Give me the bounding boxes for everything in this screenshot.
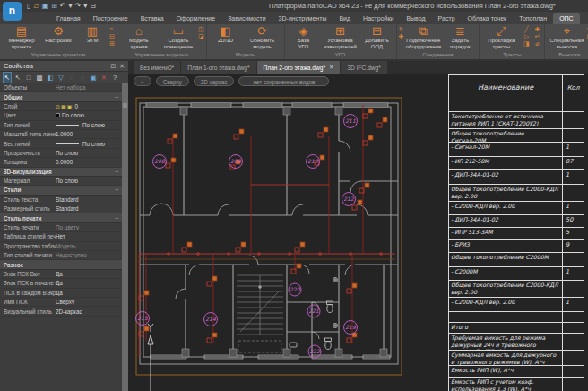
doc-tab-unnamed[interactable]: Без имени0* (134, 61, 180, 74)
save-all-icon[interactable]: ⊞ (51, 0, 57, 12)
open-folder-icon[interactable]: ▱ (33, 0, 39, 12)
select-cursor-icon[interactable]: ↖ (3, 72, 12, 83)
property-row[interactable]: Размерный стиль Standard (0, 204, 122, 213)
print-icon[interactable]: ⊟ (90, 0, 96, 12)
select-window-icon[interactable]: □ (24, 73, 33, 83)
property-row[interactable]: Имя ПСК Сверху (0, 298, 122, 307)
property-row[interactable]: Прозрачность По слою (0, 149, 122, 158)
section-misc[interactable]: Разное − (0, 260, 122, 269)
section-styles[interactable]: Стили − (0, 186, 122, 195)
quick-select-icon[interactable]: ◧ (46, 73, 55, 83)
deselect-icon[interactable]: ◌ (67, 73, 76, 83)
property-row[interactable]: Тип стилей печати Недоступно (0, 251, 122, 260)
redo-icon[interactable]: ↷ (75, 0, 82, 12)
layer-state-icons[interactable]: ⊙▦▣ (56, 103, 73, 109)
select-arrow-icon[interactable]: ↖ (13, 73, 22, 83)
connect-equipment-button[interactable]: ⧉ Подключение оборудования (403, 25, 443, 49)
etm-button[interactable]: ▥ ЭТМ (75, 25, 109, 44)
add-ood-button[interactable]: ⊟ Добавить ООД (360, 25, 394, 49)
create-room-button[interactable]: ▭ Создать помещение (159, 25, 198, 49)
property-row[interactable]: ПСК в каждом ВЭкране Да (0, 289, 122, 298)
property-row[interactable]: Визуальный стиль 2D-каркас (0, 307, 122, 316)
undo-dropdown-icon[interactable]: ▾ (69, 0, 73, 12)
ribbon-tab-glavnaya[interactable]: Главная (50, 13, 87, 24)
mini-icon[interactable]: ⌀ (532, 40, 542, 48)
mini-icon[interactable]: ⊟ (109, 33, 115, 40)
doc-tab-3difc[interactable]: 3D IFC.dwg* (341, 61, 386, 74)
property-row[interactable]: Стиль печати По цвету (0, 223, 122, 232)
help-icon[interactable]: ? (110, 73, 119, 83)
route-mini-buttons[interactable]: ╱ ✚ ▷ ↵ ◨ ⌀ (521, 25, 542, 48)
property-row-color[interactable]: Цвет По слою (0, 111, 122, 120)
special-callout-button[interactable]: ⌖ Специальная выноска (547, 25, 586, 49)
property-row[interactable]: Таблица стилей печати Нет (0, 232, 122, 241)
mini-icon[interactable]: ▷ (521, 33, 532, 40)
save-icon[interactable]: ▣ (42, 0, 49, 12)
property-row-lineweight[interactable]: Вес линий По слою (0, 139, 122, 148)
collapse-icon[interactable]: − (115, 187, 122, 193)
install-detectors-button[interactable]: ⊞ Установка извещателей (321, 25, 360, 49)
visual-style-control[interactable]: 2D-каркас (194, 76, 235, 86)
building-model-button[interactable]: ⌂ Модель здания (119, 25, 159, 49)
ribbon-tab-3d-tools[interactable]: 3D-инструменты (272, 13, 333, 24)
app-logo-icon[interactable]: n (3, 2, 22, 21)
ribbon-tab-oblaka[interactable]: Облака точек (462, 13, 514, 24)
ribbon-tab-topoplan[interactable]: Топоплан (513, 13, 553, 24)
close-icon[interactable]: ✕ (119, 63, 125, 70)
mini-icon[interactable]: ✚ (532, 26, 542, 33)
property-row[interactable]: Знак ПСК в начале ко... Да (0, 279, 122, 288)
doc-tab-floor1[interactable]: План 1-ого этажа.dwg* (181, 61, 255, 74)
set-order-button[interactable]: ≣ Задать порядок (443, 25, 477, 49)
doc-tab-floor2[interactable]: План 2-ого этажа.dwg*✕ (257, 61, 341, 74)
mini-icon[interactable]: ◨ (521, 40, 532, 48)
ribbon-tab-zavisimosti[interactable]: Зависимости (221, 13, 272, 24)
property-row[interactable]: Масштаб типа линий 1.0000 (0, 130, 122, 139)
mini-icon[interactable]: ↵ (532, 33, 542, 40)
section-3d-visualization[interactable]: 3D-визуализация − (0, 168, 122, 177)
mini-icon[interactable]: ╱ (521, 26, 532, 33)
collapse-icon[interactable]: − (115, 94, 122, 100)
collapse-icon[interactable]: − (115, 215, 122, 222)
filter-icon[interactable]: ▽ (56, 73, 65, 83)
undo-icon[interactable]: ↶ (60, 0, 66, 12)
cycle-select-icon[interactable]: ◌ (78, 73, 87, 83)
project-manager-button[interactable]: ▤ Менеджер проекта (2, 25, 41, 49)
route-laying-button[interactable]: ⤢ Прокладка трассы (481, 25, 521, 49)
project-mini-buttons[interactable]: ≡ ⊟ ⊞ (109, 25, 115, 48)
settings-button[interactable]: ⚙ Настройки (41, 25, 75, 44)
collapse-icon[interactable]: − (115, 169, 122, 175)
property-row-layer[interactable]: Слой ⊙▦▣0 (0, 102, 122, 111)
property-row[interactable]: Объекты Нет набора (0, 83, 122, 92)
property-row[interactable]: Пространство таблиц... Модель (0, 242, 122, 251)
collapse-icon[interactable]: − (115, 262, 122, 268)
ribbon-tab-vyvod[interactable]: Вывод (400, 13, 431, 24)
ribbon-tab-postroenie[interactable]: Построение (87, 13, 134, 24)
view-direction-control[interactable]: Сверху (156, 76, 189, 86)
property-row-linetype[interactable]: Тип линий По слою (0, 121, 122, 130)
close-tab-icon[interactable]: ✕ (329, 64, 333, 71)
model-mini-buttons[interactable]: ◫ ◪ (198, 25, 204, 40)
pin-icon[interactable]: ⊡ (110, 63, 116, 70)
mini-icon[interactable]: ◫ (198, 26, 204, 33)
redo-dropdown-icon[interactable]: ▾ (83, 0, 87, 12)
property-row[interactable]: Стиль текста Standard (0, 196, 122, 204)
section-print-style[interactable]: Стиль печати − (0, 213, 122, 222)
update-model-button[interactable]: ⟳ Обновить модель (243, 25, 282, 49)
select-crossing-icon[interactable]: ▩ (35, 73, 44, 83)
property-row[interactable]: Толщина 0.0000 (0, 158, 122, 167)
ribbon-tab-rastr[interactable]: Растр (432, 13, 462, 24)
mini-icon[interactable]: ≡ (109, 26, 115, 33)
property-row[interactable]: Материал По слою (0, 177, 122, 186)
ribbon-tab-vid[interactable]: Вид (333, 13, 357, 24)
mini-icon[interactable]: ⊞ (109, 40, 115, 48)
monitor-icon[interactable]: ▣ (89, 73, 98, 83)
section-obshchie[interactable]: Общие − (0, 92, 122, 101)
ugo-base-button[interactable]: ◈ База УГО (287, 25, 321, 49)
mini-icon[interactable]: ◪ (198, 33, 204, 40)
ribbon-tab-oformlenie[interactable]: Оформление (170, 13, 221, 24)
2d3d-button[interactable]: ◧ 2D/3D (209, 25, 243, 44)
ribbon-tab-nastroyki[interactable]: Настройки (357, 13, 400, 24)
ribbon-tab-vstavka[interactable]: Вставка (134, 13, 170, 24)
new-file-icon[interactable]: ▯ (27, 0, 30, 12)
saved-views-control[interactable]: — нет сохраненных видов — (238, 76, 329, 86)
